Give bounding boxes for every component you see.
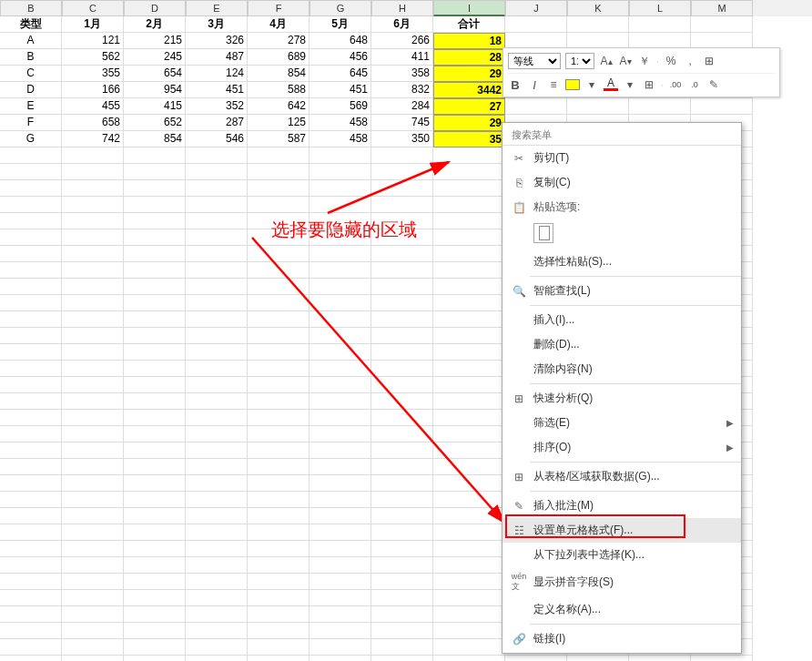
header-jun[interactable]: 6月: [371, 16, 433, 33]
col-header-C[interactable]: C: [62, 0, 124, 16]
cell[interactable]: [0, 262, 62, 279]
cell[interactable]: [124, 213, 186, 229]
cell[interactable]: [186, 606, 248, 623]
cell[interactable]: [186, 557, 248, 574]
cell[interactable]: [186, 393, 248, 410]
cell[interactable]: [0, 328, 62, 344]
cell[interactable]: [62, 279, 124, 295]
cell[interactable]: [0, 656, 62, 661]
cell[interactable]: 411: [371, 49, 433, 66]
cell[interactable]: [124, 475, 186, 492]
cell[interactable]: [433, 492, 505, 508]
cell[interactable]: [371, 606, 433, 623]
cell[interactable]: [248, 459, 310, 475]
increase-font-icon[interactable]: A▴: [599, 54, 614, 68]
col-header-M[interactable]: M: [691, 0, 753, 16]
cell[interactable]: [371, 524, 433, 541]
cell[interactable]: [62, 246, 124, 262]
cell[interactable]: [433, 377, 505, 393]
cell[interactable]: [248, 426, 310, 442]
align-icon[interactable]: ≡: [546, 77, 561, 92]
header-type[interactable]: 类型: [0, 16, 62, 33]
cell[interactable]: [124, 574, 186, 590]
cell[interactable]: [62, 344, 124, 361]
cell[interactable]: [124, 524, 186, 541]
cell[interactable]: 350: [371, 131, 433, 147]
cell[interactable]: 569: [310, 98, 371, 115]
cell[interactable]: [248, 328, 310, 344]
cell[interactable]: 166: [62, 82, 124, 98]
cell[interactable]: [433, 623, 505, 639]
header-apr[interactable]: 4月: [248, 16, 310, 33]
cell[interactable]: [433, 508, 505, 524]
cell[interactable]: [0, 344, 62, 361]
cell[interactable]: [124, 492, 186, 508]
cell[interactable]: 645: [310, 66, 371, 82]
cell[interactable]: [0, 246, 62, 262]
cell[interactable]: [505, 98, 567, 115]
cell[interactable]: [433, 262, 505, 279]
currency-icon[interactable]: ￥: [637, 54, 652, 68]
cell[interactable]: [310, 541, 371, 557]
cell[interactable]: [371, 147, 433, 164]
cell[interactable]: [186, 623, 248, 639]
cell-total[interactable]: 27: [433, 98, 505, 115]
cell[interactable]: [248, 475, 310, 492]
cell[interactable]: [433, 361, 505, 377]
col-header-L[interactable]: L: [629, 0, 691, 16]
cell-total[interactable]: 18: [433, 33, 505, 49]
col-header-D[interactable]: D: [124, 0, 186, 16]
cell[interactable]: 487: [186, 49, 248, 66]
col-header-I[interactable]: I: [433, 0, 505, 16]
cell[interactable]: [433, 426, 505, 442]
cell[interactable]: [62, 459, 124, 475]
cell[interactable]: [62, 508, 124, 524]
cell[interactable]: [310, 492, 371, 508]
cell[interactable]: [62, 574, 124, 590]
cell[interactable]: [433, 197, 505, 213]
border-icon[interactable]: ⊞: [642, 77, 656, 92]
cell[interactable]: [248, 524, 310, 541]
cell[interactable]: [371, 426, 433, 442]
cell[interactable]: [567, 98, 629, 115]
cell[interactable]: [371, 311, 433, 328]
cell[interactable]: [310, 344, 371, 361]
cell[interactable]: [371, 246, 433, 262]
cell[interactable]: 355: [62, 66, 124, 82]
cell[interactable]: [310, 656, 371, 661]
cell[interactable]: [0, 180, 62, 197]
cell[interactable]: [310, 279, 371, 295]
cell[interactable]: [371, 410, 433, 426]
cell[interactable]: [0, 557, 62, 574]
cell[interactable]: [186, 459, 248, 475]
cell[interactable]: [186, 574, 248, 590]
cell[interactable]: [124, 508, 186, 524]
cell[interactable]: [248, 574, 310, 590]
cell[interactable]: 689: [248, 49, 310, 66]
cell[interactable]: 587: [248, 131, 310, 147]
cell[interactable]: [0, 229, 62, 246]
cell[interactable]: [310, 147, 371, 164]
font-name-select[interactable]: 等线: [508, 53, 561, 69]
cell[interactable]: [186, 279, 248, 295]
cell[interactable]: [0, 213, 62, 229]
menu-cut[interactable]: ✂ 剪切(T): [502, 146, 741, 170]
cell[interactable]: [62, 606, 124, 623]
cell[interactable]: [310, 377, 371, 393]
cell[interactable]: [371, 459, 433, 475]
menu-insert-comment[interactable]: ✎ 插入批注(M): [502, 493, 741, 518]
cell[interactable]: [248, 639, 310, 656]
menu-format-cells[interactable]: ☷ 设置单元格格式(F)...: [502, 518, 741, 543]
cell[interactable]: [186, 213, 248, 229]
cell[interactable]: [124, 623, 186, 639]
cell[interactable]: [371, 361, 433, 377]
cell[interactable]: [433, 442, 505, 459]
cell[interactable]: 124: [186, 66, 248, 82]
decrease-font-icon[interactable]: A▾: [618, 54, 633, 68]
cell[interactable]: [433, 639, 505, 656]
cell[interactable]: [0, 426, 62, 442]
cell[interactable]: [62, 656, 124, 661]
cell[interactable]: 458: [310, 131, 371, 147]
increase-decimal-icon[interactable]: .00: [668, 77, 683, 92]
cell[interactable]: 458: [310, 115, 371, 131]
